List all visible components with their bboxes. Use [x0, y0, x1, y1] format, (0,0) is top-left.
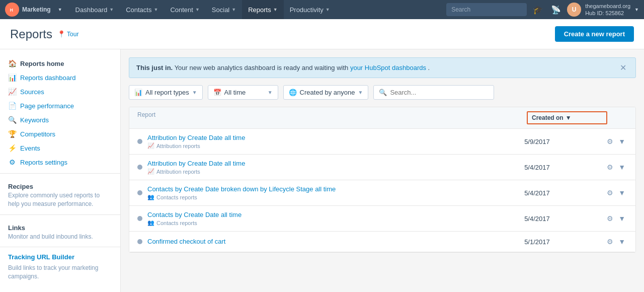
type-icon: 📈	[147, 168, 154, 175]
col-report: Report	[137, 111, 527, 124]
col-created-on[interactable]: Created on ▼	[527, 111, 607, 124]
sort-caret: ▼	[566, 114, 572, 121]
row-gear-button[interactable]: ⚙	[605, 162, 615, 172]
nav-content-caret: ▼	[195, 7, 200, 12]
row-actions: ⚙ ▼	[605, 162, 627, 172]
sidebar-section-recipes: Recipes Explore commonly used reports to…	[0, 178, 120, 210]
nav-social[interactable]: Social ▼	[206, 0, 242, 19]
nav-reports[interactable]: Reports ▼	[242, 0, 283, 19]
tracking-url-builder-link[interactable]: Tracking URL Builder	[0, 251, 120, 263]
row-gear-button[interactable]: ⚙	[605, 136, 615, 147]
sidebar-item-reports-dashboard[interactable]: 📊 Reports dashboard	[0, 70, 120, 85]
report-search-box[interactable]: 🔍	[373, 85, 494, 100]
row-date: 5/4/2017	[524, 189, 605, 197]
row-gear-button[interactable]: ⚙	[605, 188, 615, 198]
row-actions: ⚙ ▼	[605, 188, 627, 198]
row-dropdown-button[interactable]: ▼	[616, 237, 627, 247]
nav-dashboard[interactable]: Dashboard ▼	[69, 0, 120, 19]
topnav-search-input[interactable]	[446, 3, 527, 16]
report-type-caret: ▼	[192, 90, 197, 95]
row-status-dot	[137, 216, 142, 221]
row-dropdown-button[interactable]: ▼	[616, 136, 627, 147]
main-layout: 🏠 Reports home 📊 Reports dashboard 📈 Sou…	[0, 49, 644, 292]
row-content: Contacts by Create Date all time 👥 Conta…	[147, 211, 524, 226]
row-gear-button[interactable]: ⚙	[605, 237, 615, 247]
nav-contacts[interactable]: Contacts ▼	[120, 0, 164, 19]
tour-link[interactable]: 📍 Tour	[57, 30, 78, 38]
creator-icon: 🌐	[289, 89, 297, 96]
table-row: Attribution by Create Date all time 📈 At…	[129, 155, 635, 180]
page-header: Reports 📍 Tour Create a new report	[0, 19, 644, 49]
row-gear-button[interactable]: ⚙	[605, 213, 615, 224]
account-caret[interactable]: ▼	[634, 7, 639, 12]
academy-icon[interactable]: 🎓	[531, 3, 545, 17]
account-info: thegameboard.org Hub ID: 525862	[585, 3, 630, 17]
time-caret: ▼	[268, 90, 273, 95]
type-icon: 📈	[147, 142, 154, 149]
avatar[interactable]: U	[567, 3, 581, 17]
report-name[interactable]: Contacts by Create Date broken down by L…	[147, 185, 524, 193]
row-status-dot	[137, 165, 142, 170]
top-navigation: H Marketing ▼ Dashboard ▼ Contacts ▼ Con…	[0, 0, 644, 19]
create-report-button[interactable]: Create a new report	[555, 26, 634, 42]
main-content: This just in. Your new web analytics das…	[121, 49, 644, 292]
report-name[interactable]: Attribution by Create Date all time	[147, 134, 524, 141]
type-icon: 👥	[147, 220, 154, 226]
nav-reports-caret: ▼	[273, 7, 278, 12]
home-icon: 🏠	[8, 59, 16, 67]
creator-filter[interactable]: 🌐 Created by anyone ▼	[283, 85, 369, 100]
settings-icon: ⚙	[8, 158, 16, 166]
banner-link[interactable]: your HubSpot dashboards	[350, 64, 426, 71]
sidebar: 🏠 Reports home 📊 Reports dashboard 📈 Sou…	[0, 49, 121, 292]
row-dropdown-button[interactable]: ▼	[616, 162, 627, 172]
sidebar-item-reports-home[interactable]: 🏠 Reports home	[0, 56, 120, 70]
row-date: 5/1/2017	[524, 238, 605, 246]
sidebar-item-events[interactable]: ⚡ Events	[0, 141, 120, 155]
keywords-icon: 🔍	[8, 116, 16, 124]
reports-table: Report Created on ▼ Attribution by Creat…	[129, 107, 636, 253]
report-type-filter[interactable]: 📊 All report types ▼	[129, 85, 203, 100]
row-actions: ⚙ ▼	[605, 213, 627, 224]
sidebar-divider-1	[0, 173, 120, 174]
table-row: Attribution by Create Date all time 📈 At…	[129, 129, 635, 155]
row-dropdown-button[interactable]: ▼	[616, 188, 627, 198]
sidebar-item-page-performance[interactable]: 📄 Page performance	[0, 99, 120, 113]
search-icon: 🔍	[379, 89, 387, 96]
row-content: Confirmed checkout of cart	[147, 238, 524, 246]
row-status-dot	[137, 139, 142, 144]
sidebar-section-links: Links Monitor and build inbound links.	[0, 219, 120, 243]
topnav-right: 🎓 📡 U thegameboard.org Hub ID: 525862 ▼	[446, 3, 639, 17]
notifications-icon[interactable]: 📡	[549, 3, 563, 17]
report-type: 👥 Contacts reports	[147, 220, 524, 226]
report-name[interactable]: Attribution by Create Date all time	[147, 160, 524, 167]
nav-social-caret: ▼	[231, 7, 236, 12]
row-content: Attribution by Create Date all time 📈 At…	[147, 160, 524, 175]
row-dropdown-button[interactable]: ▼	[616, 213, 627, 224]
svg-text:H: H	[10, 8, 13, 13]
report-type: 📈 Attribution reports	[147, 168, 524, 175]
row-actions: ⚙ ▼	[605, 237, 627, 247]
table-row: Confirmed checkout of cart 5/1/2017 ⚙ ▼	[129, 232, 635, 252]
sidebar-item-reports-settings[interactable]: ⚙ Reports settings	[0, 155, 120, 169]
nav-productivity-caret: ▼	[326, 7, 330, 12]
row-content: Attribution by Create Date all time 📈 At…	[147, 134, 524, 149]
sidebar-divider-3	[0, 247, 120, 247]
banner-text: This just in. Your new web analytics das…	[136, 64, 430, 71]
table-header: Report Created on ▼	[129, 107, 635, 129]
banner-close-button[interactable]: ✕	[618, 63, 628, 72]
nav-productivity[interactable]: Productivity ▼	[284, 0, 336, 19]
sidebar-item-sources[interactable]: 📈 Sources	[0, 85, 120, 99]
time-filter[interactable]: 📅 All time ▼	[208, 85, 278, 100]
page-performance-icon: 📄	[8, 102, 16, 110]
sidebar-item-keywords[interactable]: 🔍 Keywords	[0, 113, 120, 127]
sidebar-item-competitors[interactable]: 🏆 Competitors	[0, 127, 120, 141]
report-name[interactable]: Confirmed checkout of cart	[147, 238, 524, 245]
report-name[interactable]: Contacts by Create Date all time	[147, 211, 524, 218]
row-date: 5/4/2017	[524, 215, 605, 223]
hubspot-logo: H	[5, 3, 19, 17]
row-content: Contacts by Create Date broken down by L…	[147, 185, 524, 200]
report-search-input[interactable]	[390, 89, 489, 96]
sidebar-divider-2	[0, 214, 120, 215]
brand-caret: ▼	[58, 7, 62, 12]
nav-content[interactable]: Content ▼	[164, 0, 205, 19]
